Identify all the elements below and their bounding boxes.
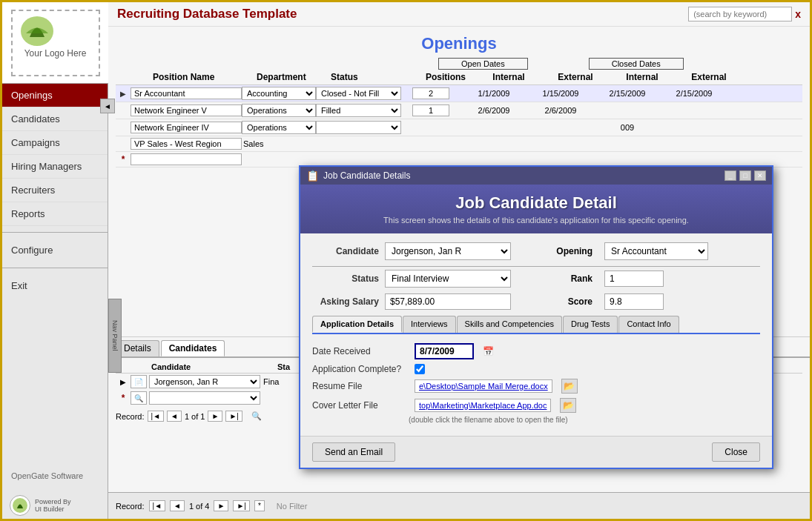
modal-header-title: Job Candidate Detail <box>315 193 757 213</box>
status-select-1[interactable]: Closed - Not Fill <box>316 87 401 100</box>
col-header-positions: Positions <box>416 72 475 82</box>
modal-maximize-btn[interactable]: □ <box>739 170 751 181</box>
calendar-icon[interactable]: 📅 <box>483 346 494 356</box>
app-complete-checkbox[interactable] <box>415 364 425 374</box>
modal-close-titlebar-btn[interactable]: ✕ <box>754 170 766 181</box>
position-input-4[interactable] <box>131 138 242 150</box>
sub-tab-contact-info[interactable]: Contact Info <box>618 316 679 333</box>
search-area: x <box>688 7 801 21</box>
open-dates-label: Open Dates <box>438 58 528 70</box>
rank-field <box>604 271 760 287</box>
sub-tab-skills[interactable]: Skills and Competencies <box>457 316 562 333</box>
tab-details[interactable]: Details <box>116 340 159 356</box>
modal-minimize-btn[interactable]: _ <box>724 170 736 181</box>
dept-select-1[interactable]: Accounting <box>242 87 316 100</box>
sidebar-item-configure[interactable]: Configure <box>2 239 108 262</box>
nav-new[interactable]: * <box>254 500 265 511</box>
nav-panel-vertical: Nav Panel <box>108 299 122 373</box>
sidebar-item-recruiters[interactable]: Recruiters <box>2 179 108 202</box>
candidate-select[interactable]: Jorgenson, Jan R <box>385 242 511 260</box>
dept-select-3[interactable]: Operations <box>242 121 316 134</box>
salary-input[interactable] <box>385 293 511 310</box>
search-clear-btn[interactable]: x <box>795 8 801 20</box>
cover-letter-file-open-btn[interactable]: 📂 <box>560 398 576 413</box>
search-input[interactable] <box>688 7 792 21</box>
cand-nav-first[interactable]: |◄ <box>148 411 165 422</box>
partial-date-3: 009 <box>594 123 661 132</box>
resume-link[interactable]: e\Desktop\Sample Mail Merge.docx <box>415 379 552 393</box>
sub-tab-interviews[interactable]: Interviews <box>403 316 456 333</box>
status-select-3[interactable] <box>316 121 401 134</box>
sub-tab-drug-tests[interactable]: Drug Tests <box>563 316 618 333</box>
nav-last[interactable]: ►| <box>233 500 250 511</box>
position-input-2[interactable] <box>131 104 242 116</box>
date-received-input[interactable] <box>415 343 474 359</box>
cand-icon-new[interactable]: 🔍 <box>131 391 147 405</box>
sidebar-item-candidates[interactable]: Candidates <box>2 107 108 131</box>
sub-tab-app-details[interactable]: Application Details <box>312 316 402 333</box>
table-row: ▶ Accounting Closed - Not Fill 1/1/2009 … <box>116 85 802 102</box>
col-header-open-external: External <box>542 72 609 82</box>
sidebar-item-exit[interactable]: Exit <box>2 274 108 297</box>
opening-label: Opening <box>547 246 598 256</box>
cand-nav-next[interactable]: ► <box>208 411 222 422</box>
cover-letter-link[interactable]: top\Marketing\Marketplace App.doc <box>415 399 551 412</box>
positions-input-2[interactable] <box>412 104 449 116</box>
cand-name-select[interactable]: Jorgenson, Jan R <box>149 375 260 388</box>
candidate-field-row: Candidate Jorgenson, Jan R Opening Sr Ac… <box>312 242 760 260</box>
cand-status-cell: Fina <box>260 377 305 386</box>
cand-name-select-new[interactable] <box>149 391 260 405</box>
sidebar-item-reports[interactable]: Reports <box>2 202 108 226</box>
position-input-1[interactable] <box>131 87 242 99</box>
dates-header: Open Dates Closed Dates <box>389 58 802 70</box>
status-select-2[interactable]: Filled <box>316 104 401 117</box>
modal-footer: Send an Email Close <box>300 436 772 468</box>
sidebar-item-hiring-managers[interactable]: Hiring Managers <box>2 155 108 179</box>
close-button[interactable]: Close <box>712 442 760 462</box>
positions-input-1[interactable] <box>412 87 449 99</box>
cand-col-candidate: Candidate <box>151 362 277 371</box>
dept-cell-4: Sales <box>242 139 316 148</box>
cand-search-btn[interactable]: 🔍 <box>251 411 262 421</box>
modal-titlebar: 📋 Job Candidate Details _ □ ✕ <box>300 167 772 185</box>
app-complete-label: Application Complete? <box>312 364 409 374</box>
salary-field <box>385 293 541 310</box>
logo-box: Your Logo Here <box>11 10 100 76</box>
nav-page-info: 1 of 4 <box>189 502 210 511</box>
send-email-button[interactable]: Send an Email <box>312 442 395 462</box>
status-field-row: Status Final Interview Rank <box>312 270 760 288</box>
row-selector-1[interactable]: ▶ <box>116 90 131 98</box>
powered-by-area: Powered By UI Builder <box>10 495 71 516</box>
cover-letter-label: Cover Letter File <box>312 400 409 411</box>
sidebar-collapse-btn[interactable]: ◄ <box>100 99 115 113</box>
dept-select-2[interactable]: Operations <box>242 104 316 117</box>
sidebar-item-campaigns[interactable]: Campaigns <box>2 131 108 155</box>
cand-nav-prev[interactable]: ◄ <box>167 411 182 422</box>
cand-nav-last[interactable]: ►| <box>225 411 242 422</box>
app-complete-row: Application Complete? <box>312 364 760 374</box>
cand-row-arrow[interactable]: ▶ <box>116 378 131 386</box>
date-received-row: Date Received 📅 <box>312 343 760 359</box>
score-input[interactable] <box>604 293 664 310</box>
logo-area: Your Logo Here <box>2 2 108 84</box>
modal-title-area: 📋 Job Candidate Details <box>306 170 410 182</box>
open-internal-1: 1/1/2009 <box>461 89 527 98</box>
position-input-new[interactable] <box>131 153 242 165</box>
opening-select[interactable]: Sr Accountant <box>604 242 708 260</box>
sidebar-item-openings[interactable]: Openings <box>2 84 108 107</box>
cand-icon-1[interactable]: 📄 <box>131 375 147 388</box>
resume-row: Resume File e\Desktop\Sample Mail Merge.… <box>312 379 760 394</box>
date-received-label: Date Received <box>312 346 409 356</box>
rank-label: Rank <box>547 273 598 284</box>
nav-prev[interactable]: ◄ <box>170 500 185 511</box>
closed-internal-1: 2/15/2009 <box>594 89 661 98</box>
tab-candidates[interactable]: Candidates <box>161 340 225 356</box>
nav-first[interactable]: |◄ <box>149 500 166 511</box>
modal-header: Job Candidate Detail This screen shows t… <box>300 185 772 233</box>
modal-job-candidate-detail: 📋 Job Candidate Details _ □ ✕ Job Candid… <box>299 165 773 469</box>
status-select-modal[interactable]: Final Interview <box>385 270 511 288</box>
position-input-3[interactable] <box>131 122 242 133</box>
nav-next[interactable]: ► <box>214 500 228 511</box>
resume-file-open-btn[interactable]: 📂 <box>561 379 578 394</box>
rank-input[interactable] <box>604 271 664 287</box>
